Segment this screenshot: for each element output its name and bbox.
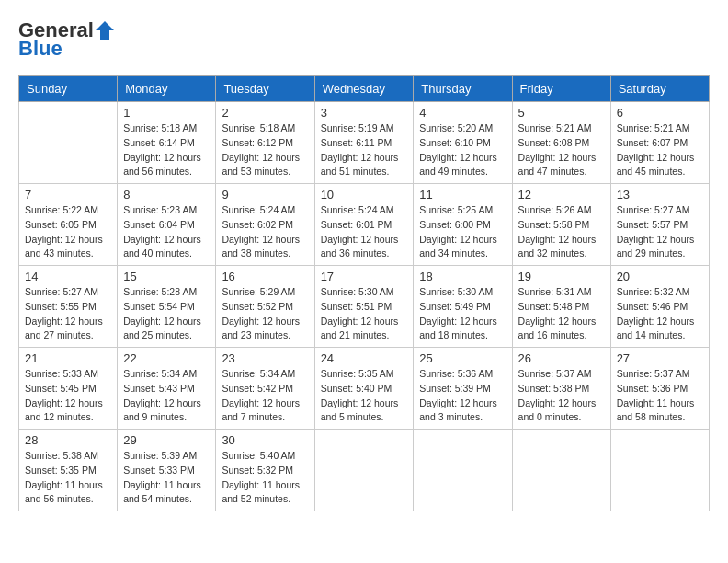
calendar-cell (512, 430, 610, 511)
day-info: Sunrise: 5:31 AMSunset: 5:48 PMDaylight:… (518, 285, 605, 343)
page-header: General Blue (18, 18, 710, 61)
calendar-cell: 11Sunrise: 5:25 AMSunset: 6:00 PMDayligh… (414, 184, 512, 266)
calendar-week-row: 28Sunrise: 5:38 AMSunset: 5:35 PMDayligh… (19, 430, 710, 511)
day-number: 6 (617, 106, 703, 120)
calendar-cell (19, 102, 118, 184)
calendar-cell: 17Sunrise: 5:30 AMSunset: 5:51 PMDayligh… (314, 266, 414, 348)
calendar-cell: 14Sunrise: 5:27 AMSunset: 5:55 PMDayligh… (19, 266, 118, 348)
day-number: 28 (25, 433, 111, 447)
calendar-cell: 23Sunrise: 5:34 AMSunset: 5:42 PMDayligh… (216, 348, 314, 430)
calendar-cell: 20Sunrise: 5:32 AMSunset: 5:46 PMDayligh… (610, 266, 709, 348)
day-info: Sunrise: 5:24 AMSunset: 6:01 PMDaylight:… (321, 203, 408, 261)
day-info: Sunrise: 5:37 AMSunset: 5:36 PMDaylight:… (617, 367, 703, 425)
day-info: Sunrise: 5:23 AMSunset: 6:04 PMDaylight:… (123, 203, 210, 261)
calendar-cell (610, 430, 709, 511)
calendar-table: SundayMondayTuesdayWednesdayThursdayFrid… (18, 75, 710, 511)
day-info: Sunrise: 5:20 AMSunset: 6:10 PMDaylight:… (419, 121, 506, 179)
day-info: Sunrise: 5:34 AMSunset: 5:42 PMDaylight:… (222, 367, 308, 425)
day-info: Sunrise: 5:30 AMSunset: 5:51 PMDaylight:… (321, 285, 408, 343)
day-info: Sunrise: 5:21 AMSunset: 6:07 PMDaylight:… (617, 121, 703, 179)
day-info: Sunrise: 5:36 AMSunset: 5:39 PMDaylight:… (419, 367, 506, 425)
calendar-cell: 13Sunrise: 5:27 AMSunset: 5:57 PMDayligh… (610, 184, 709, 266)
column-header-tuesday: Tuesday (216, 76, 314, 102)
day-number: 29 (123, 433, 210, 447)
column-header-friday: Friday (512, 76, 610, 102)
calendar-cell: 29Sunrise: 5:39 AMSunset: 5:33 PMDayligh… (118, 430, 216, 511)
day-number: 5 (518, 106, 605, 120)
day-number: 3 (321, 106, 408, 120)
day-info: Sunrise: 5:35 AMSunset: 5:40 PMDaylight:… (321, 367, 408, 425)
calendar-cell: 9Sunrise: 5:24 AMSunset: 6:02 PMDaylight… (216, 184, 314, 266)
day-number: 9 (222, 188, 308, 201)
calendar-cell: 19Sunrise: 5:31 AMSunset: 5:48 PMDayligh… (512, 266, 610, 348)
day-info: Sunrise: 5:25 AMSunset: 6:00 PMDaylight:… (419, 203, 506, 261)
day-info: Sunrise: 5:39 AMSunset: 5:33 PMDaylight:… (123, 449, 210, 507)
day-number: 30 (222, 433, 308, 447)
day-number: 7 (25, 188, 111, 201)
day-info: Sunrise: 5:37 AMSunset: 5:38 PMDaylight:… (518, 367, 605, 425)
day-number: 27 (617, 351, 703, 365)
calendar-cell: 16Sunrise: 5:29 AMSunset: 5:52 PMDayligh… (216, 266, 314, 348)
day-info: Sunrise: 5:28 AMSunset: 5:54 PMDaylight:… (123, 285, 210, 343)
calendar-cell (414, 430, 512, 511)
calendar-cell: 4Sunrise: 5:20 AMSunset: 6:10 PMDaylight… (414, 102, 512, 184)
calendar-header-row: SundayMondayTuesdayWednesdayThursdayFrid… (19, 76, 710, 102)
calendar-cell: 8Sunrise: 5:23 AMSunset: 6:04 PMDaylight… (118, 184, 216, 266)
day-number: 20 (617, 270, 703, 283)
day-number: 11 (419, 188, 506, 201)
day-info: Sunrise: 5:27 AMSunset: 5:57 PMDaylight:… (617, 203, 703, 261)
day-number: 25 (419, 351, 506, 365)
svg-marker-0 (96, 21, 114, 40)
day-number: 18 (419, 270, 506, 283)
calendar-cell: 2Sunrise: 5:18 AMSunset: 6:12 PMDaylight… (216, 102, 314, 184)
calendar-cell: 5Sunrise: 5:21 AMSunset: 6:08 PMDaylight… (512, 102, 610, 184)
day-info: Sunrise: 5:40 AMSunset: 5:32 PMDaylight:… (222, 449, 308, 507)
day-info: Sunrise: 5:22 AMSunset: 6:05 PMDaylight:… (25, 203, 111, 261)
day-info: Sunrise: 5:32 AMSunset: 5:46 PMDaylight:… (617, 285, 703, 343)
day-number: 22 (123, 351, 210, 365)
column-header-saturday: Saturday (610, 76, 709, 102)
day-number: 14 (25, 270, 111, 283)
calendar-cell (314, 430, 414, 511)
calendar-cell: 18Sunrise: 5:30 AMSunset: 5:49 PMDayligh… (414, 266, 512, 348)
calendar-cell: 15Sunrise: 5:28 AMSunset: 5:54 PMDayligh… (118, 266, 216, 348)
day-info: Sunrise: 5:19 AMSunset: 6:11 PMDaylight:… (321, 121, 408, 179)
column-header-monday: Monday (118, 76, 216, 102)
day-info: Sunrise: 5:18 AMSunset: 6:14 PMDaylight:… (123, 121, 210, 179)
calendar-cell: 21Sunrise: 5:33 AMSunset: 5:45 PMDayligh… (19, 348, 118, 430)
logo-blue-text: Blue (18, 37, 63, 60)
day-number: 24 (321, 351, 408, 365)
day-number: 17 (321, 270, 408, 283)
calendar-week-row: 1Sunrise: 5:18 AMSunset: 6:14 PMDaylight… (19, 102, 710, 184)
column-header-sunday: Sunday (19, 76, 118, 102)
day-info: Sunrise: 5:24 AMSunset: 6:02 PMDaylight:… (222, 203, 308, 261)
calendar-cell: 26Sunrise: 5:37 AMSunset: 5:38 PMDayligh… (512, 348, 610, 430)
calendar-cell: 1Sunrise: 5:18 AMSunset: 6:14 PMDaylight… (118, 102, 216, 184)
logo-icon (95, 20, 115, 40)
day-info: Sunrise: 5:26 AMSunset: 5:58 PMDaylight:… (518, 203, 605, 261)
column-header-thursday: Thursday (414, 76, 512, 102)
day-info: Sunrise: 5:38 AMSunset: 5:35 PMDaylight:… (25, 449, 111, 507)
day-number: 10 (321, 188, 408, 201)
day-info: Sunrise: 5:30 AMSunset: 5:49 PMDaylight:… (419, 285, 506, 343)
calendar-cell: 22Sunrise: 5:34 AMSunset: 5:43 PMDayligh… (118, 348, 216, 430)
calendar-cell: 28Sunrise: 5:38 AMSunset: 5:35 PMDayligh… (19, 430, 118, 511)
calendar-week-row: 7Sunrise: 5:22 AMSunset: 6:05 PMDaylight… (19, 184, 710, 266)
day-number: 2 (222, 106, 308, 120)
calendar-cell: 25Sunrise: 5:36 AMSunset: 5:39 PMDayligh… (414, 348, 512, 430)
calendar-week-row: 14Sunrise: 5:27 AMSunset: 5:55 PMDayligh… (19, 266, 710, 348)
calendar-cell: 6Sunrise: 5:21 AMSunset: 6:07 PMDaylight… (610, 102, 709, 184)
calendar-cell: 7Sunrise: 5:22 AMSunset: 6:05 PMDaylight… (19, 184, 118, 266)
day-number: 1 (123, 106, 210, 120)
day-number: 21 (25, 351, 111, 365)
day-info: Sunrise: 5:21 AMSunset: 6:08 PMDaylight:… (518, 121, 605, 179)
calendar-week-row: 21Sunrise: 5:33 AMSunset: 5:45 PMDayligh… (19, 348, 710, 430)
day-info: Sunrise: 5:34 AMSunset: 5:43 PMDaylight:… (123, 367, 210, 425)
day-info: Sunrise: 5:18 AMSunset: 6:12 PMDaylight:… (222, 121, 308, 179)
column-header-wednesday: Wednesday (314, 76, 414, 102)
day-number: 13 (617, 188, 703, 201)
day-number: 8 (123, 188, 210, 201)
calendar-cell: 10Sunrise: 5:24 AMSunset: 6:01 PMDayligh… (314, 184, 414, 266)
calendar-cell: 27Sunrise: 5:37 AMSunset: 5:36 PMDayligh… (610, 348, 709, 430)
calendar-cell: 24Sunrise: 5:35 AMSunset: 5:40 PMDayligh… (314, 348, 414, 430)
